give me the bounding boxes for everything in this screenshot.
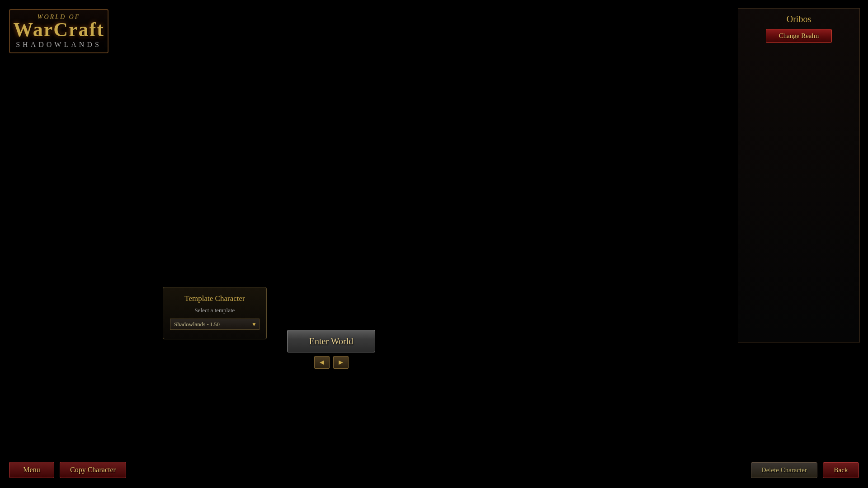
prev-character-button[interactable]: ◄ — [314, 356, 330, 369]
template-panel: Template Character Select a template Sha… — [163, 287, 267, 339]
template-dropdown-wrapper: Shadowlands - L50 ▼ — [170, 319, 259, 330]
template-dropdown[interactable]: Shadowlands - L50 — [170, 319, 259, 330]
bottom-right-buttons: Delete Character Back — [751, 462, 859, 478]
bottom-left-buttons: Menu Copy Character — [9, 462, 126, 478]
logo-warcraft: WarCraft — [13, 21, 104, 39]
next-character-button[interactable]: ► — [333, 356, 349, 369]
left-arrow-icon: ◄ — [318, 358, 326, 366]
enter-world-button[interactable]: Enter World — [287, 330, 375, 352]
copy-character-button[interactable]: Copy Character — [60, 462, 126, 478]
realm-name: Oribos — [738, 9, 859, 29]
wow-logo: World of WarCraft Shadowlands — [9, 9, 108, 68]
back-button[interactable]: Back — [823, 462, 859, 478]
change-realm-button[interactable]: Change Realm — [766, 29, 832, 43]
right-panel: Oribos Change Realm — [738, 8, 860, 343]
nav-arrows: ◄ ► — [314, 356, 349, 369]
template-subtitle: Select a template — [170, 307, 259, 314]
menu-button[interactable]: Menu — [9, 462, 54, 478]
template-title: Template Character — [170, 294, 259, 303]
delete-character-button[interactable]: Delete Character — [751, 462, 817, 478]
logo-shadowlands: Shadowlands — [16, 41, 102, 49]
right-arrow-icon: ► — [337, 358, 344, 366]
